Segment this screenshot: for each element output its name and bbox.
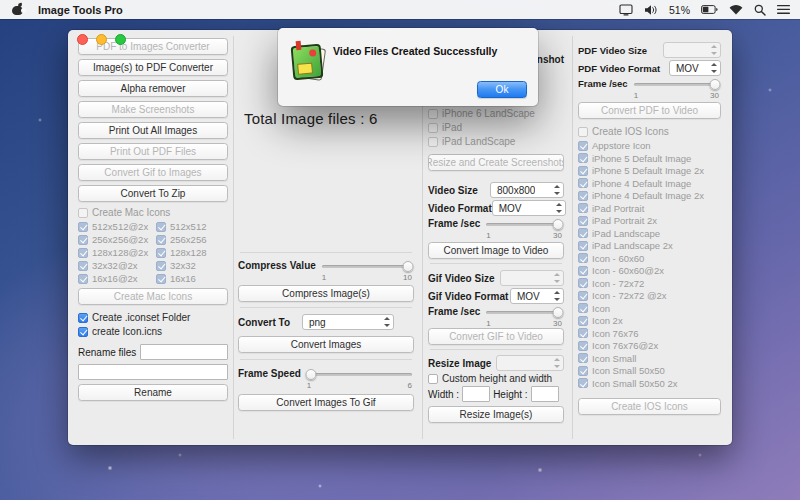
create-icon-icns-checkbox[interactable]: create Icon.icns (78, 326, 228, 337)
ios-icon-checkbox[interactable]: iPad Portrait 2x (578, 215, 721, 226)
compress-images-button[interactable]: Compress Image(s) (238, 285, 414, 302)
convert-to-select[interactable]: png (302, 314, 394, 330)
create-mac-icons-button[interactable]: Create Mac Icons (78, 288, 228, 305)
ios-icon-checkbox[interactable]: iPad Landscape 2x (578, 240, 721, 251)
convert-images-button[interactable]: Convert Images (238, 336, 414, 353)
ios-icon-checkbox[interactable]: iPhone 5 Default Image (578, 153, 721, 164)
tool-button[interactable]: Make Screenshots (78, 101, 228, 118)
volume-icon[interactable] (644, 4, 658, 16)
ios-icon-checkbox[interactable]: Icon (578, 303, 721, 314)
ios-icon-checkbox[interactable]: iPhone 4 Default Image 2x (578, 190, 721, 201)
zoom-button[interactable] (115, 34, 126, 45)
rename-value-input[interactable] (78, 364, 228, 380)
frame-sec-label: Frame /sec (428, 306, 480, 317)
gif-video-size-select[interactable] (500, 270, 564, 286)
size-checkbox[interactable]: 512x512@2x (78, 221, 156, 232)
ios-icon-checkbox[interactable]: iPad Landscape (578, 228, 721, 239)
ios-icon-checkbox[interactable]: Icon 2x (578, 315, 721, 326)
convert-gif-to-video-button[interactable]: Convert GIF to Video (428, 328, 564, 345)
slider-thumb[interactable] (553, 219, 564, 230)
pdf-video-size-select[interactable] (663, 42, 721, 58)
rename-pattern-input[interactable] (140, 344, 228, 360)
ios-icon-checkbox[interactable]: Icon Small 50x50 2x (578, 378, 721, 389)
ios-icon-checkbox[interactable]: Icon - 60x60@2x (578, 265, 721, 276)
size-checkbox[interactable]: 16x16@2x (78, 273, 156, 284)
tool-button[interactable]: Print Out PDF Files (78, 143, 228, 160)
pdf-video-format-select[interactable]: MOV (669, 60, 721, 76)
create-mac-icons-checkbox[interactable]: Create Mac Icons (78, 207, 228, 218)
ios-icon-checkbox[interactable]: Icon - 72x72 @2x (578, 290, 721, 301)
menu-bar: Image Tools Pro 51% (0, 0, 800, 19)
slider-thumb[interactable] (553, 307, 564, 318)
tool-button[interactable]: Convert To Zip (78, 185, 228, 202)
minimize-button[interactable] (96, 34, 107, 45)
window-titlebar[interactable] (77, 34, 126, 45)
display-icon[interactable] (619, 4, 633, 16)
frame-speed-slider[interactable] (305, 368, 414, 381)
tool-button[interactable]: Image(s) to PDF Converter (78, 59, 228, 76)
create-ios-icons-checkbox[interactable]: Create IOS Icons (578, 126, 721, 137)
ios-icon-checkbox[interactable]: Icon - 72x72 (578, 278, 721, 289)
divider (430, 263, 562, 264)
checkbox-label: 128x128@2x (92, 247, 148, 258)
device-checkbox[interactable]: iPad LandScape (428, 136, 564, 147)
checkbox-label: iPad Landscape (592, 228, 660, 239)
slider-thumb[interactable] (305, 369, 316, 380)
slider-thumb[interactable] (710, 79, 721, 90)
wifi-icon[interactable] (729, 5, 743, 15)
desktop: Image Tools Pro 51% PDF to Images Conver… (0, 0, 800, 500)
size-checkbox[interactable]: 32x32 (156, 260, 228, 271)
slider-thumb[interactable] (403, 261, 414, 272)
width-input[interactable] (462, 386, 490, 402)
frame-sec-slider[interactable] (484, 218, 564, 231)
pdf-frame-slider[interactable] (632, 78, 721, 91)
convert-pdf-to-video-button[interactable]: Convert PDF to Video (578, 102, 721, 119)
height-input[interactable] (531, 386, 559, 402)
battery-icon[interactable] (701, 5, 718, 14)
convert-images-to-gif-button[interactable]: Convert Images To Gif (238, 394, 414, 411)
ios-icon-checkbox[interactable]: iPhone 4 Default Image (578, 178, 721, 189)
ios-icon-checkbox[interactable]: iPad Portrait (578, 203, 721, 214)
ios-icon-checkbox[interactable]: Appstore Icon (578, 140, 721, 151)
gif-video-format-select[interactable]: MOV (510, 288, 564, 304)
rename-button[interactable]: Rename (78, 384, 228, 401)
app-menu-title[interactable]: Image Tools Pro (38, 4, 123, 16)
checkbox-label: 32x32 (170, 260, 196, 271)
convert-image-to-video-button[interactable]: Convert Image to Video (428, 242, 564, 259)
ios-icon-checkbox[interactable]: Icon - 60x60 (578, 253, 721, 264)
apple-menu[interactable] (10, 3, 26, 17)
slider-ticks: 16 (305, 381, 414, 390)
create-ios-icons-button[interactable]: Create IOS Icons (578, 398, 721, 415)
ios-icon-checkbox[interactable]: Icon Small 50x50 (578, 365, 721, 376)
size-checkbox[interactable]: 128x128@2x (78, 247, 156, 258)
device-checkbox[interactable]: iPad (428, 122, 564, 133)
resize-image-select[interactable] (496, 355, 564, 371)
size-checkbox[interactable]: 16x16 (156, 273, 228, 284)
ios-icon-checkbox[interactable]: Icon 76x76 (578, 328, 721, 339)
ios-icon-checkbox[interactable]: Icon 76x76@2x (578, 340, 721, 351)
resize-images-button[interactable]: Resize Image(s) (428, 406, 564, 423)
slider-tick-max: 10 (403, 273, 412, 282)
device-checkbox[interactable]: iPhone 6 LandScape (428, 108, 564, 119)
size-checkbox[interactable]: 32x32@2x (78, 260, 156, 271)
spotlight-icon[interactable] (754, 4, 766, 16)
video-size-select[interactable]: 800x800 (490, 182, 564, 198)
size-checkbox[interactable]: 512x512 (156, 221, 228, 232)
custom-height-width-checkbox[interactable]: Custom height and width (428, 373, 564, 384)
size-checkbox[interactable]: 256x256 (156, 234, 228, 245)
video-format-select[interactable]: MOV (492, 200, 566, 216)
create-iconset-folder-checkbox[interactable]: Create .iconset Folder (78, 312, 228, 323)
notification-center-icon[interactable] (777, 4, 790, 15)
tool-button[interactable]: Convert Gif to Images (78, 164, 228, 181)
ios-icon-checkbox[interactable]: iPhone 5 Default Image 2x (578, 165, 721, 176)
size-checkbox[interactable]: 256x256@2x (78, 234, 156, 245)
size-checkbox[interactable]: 128x128 (156, 247, 228, 258)
tool-button[interactable]: Alpha remover (78, 80, 228, 97)
ios-icon-checkbox[interactable]: Icon Small (578, 353, 721, 364)
ok-button[interactable]: Ok (477, 81, 527, 98)
resize-and-create-screenshots-button[interactable]: Resize and Create Screenshots (428, 154, 564, 171)
gif-frame-slider[interactable] (484, 306, 564, 319)
tool-button[interactable]: Print Out All Images (78, 122, 228, 139)
close-button[interactable] (77, 34, 88, 45)
compress-slider[interactable] (320, 260, 414, 273)
